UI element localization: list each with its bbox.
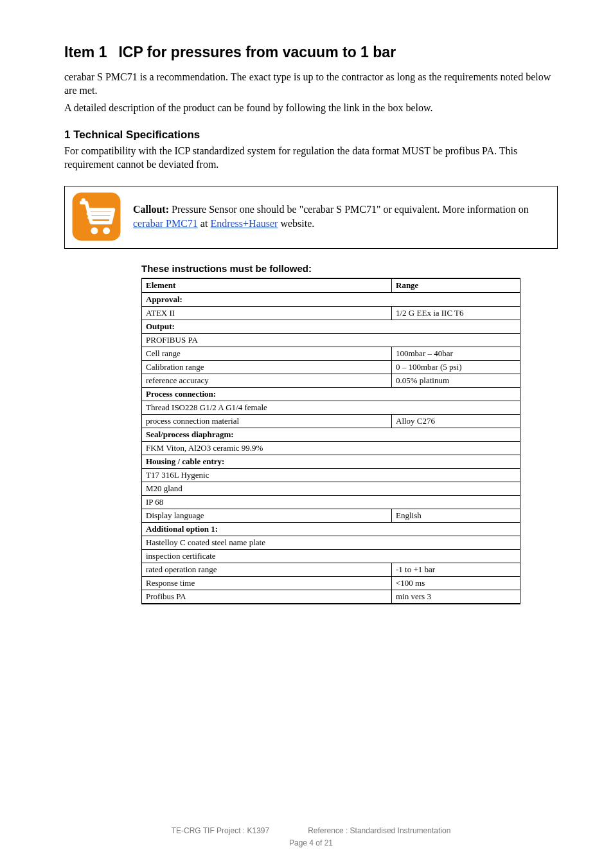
footer-page-number: Page 4 of 21 [64,838,558,849]
table-group-label: Housing / cable entry: [142,455,520,468]
section-header: 1 Technical Specifications [64,129,558,141]
table-cell: PROFIBUS PA [142,333,520,347]
callout-label: Callout: [133,204,169,215]
table-group-header: Seal/process diaphragm: [142,428,520,441]
table-header-row: Element Range [142,278,520,293]
table-cell-element: ATEX II [142,306,392,320]
table-row: Cell range100mbar – 40bar [142,347,520,360]
table-group-label: Seal/process diaphragm: [142,428,520,441]
table-row: T17 316L Hygenic [142,468,520,482]
table-header-element: Element [142,278,392,293]
table-row: Calibration range0 – 100mbar (5 psi) [142,360,520,374]
table-cell-element: Calibration range [142,360,392,374]
table-row: Display languageEnglish [142,509,520,522]
table-group-label: Additional option 1: [142,522,520,536]
intro-paragraph-2: A detailed description of the product ca… [64,101,558,114]
table-group-label: Approval: [142,293,520,307]
table-cell: IP 68 [142,495,520,509]
table-group-header: Approval: [142,293,520,307]
table-cell: Hastelloy C coated steel name plate [142,536,520,549]
table-row: IP 68 [142,495,520,509]
svg-point-5 [82,198,85,202]
table-row: rated operation range-1 to +1 bar [142,563,520,576]
footer-reference: Reference : Standardised Instrumentation [308,826,450,835]
table-row: reference accuracy0.05% platinum [142,374,520,387]
table-group-header: Output: [142,320,520,333]
table-group-label: Process connection: [142,387,520,401]
callout-text: Callout: Pressure Sensor one should be "… [133,203,551,230]
footer-project: TE-CRG TIF Project : K1397 [172,826,270,835]
table-cell-element: reference accuracy [142,374,392,387]
table-cell-range: 0 – 100mbar (5 psi) [392,360,520,374]
table-cell: FKM Viton, Al2O3 ceramic 99.9% [142,441,520,455]
table-group-header: Additional option 1: [142,522,520,536]
table-row: FKM Viton, Al2O3 ceramic 99.9% [142,441,520,455]
section-body: For compatibility with the ICP standardi… [64,144,558,171]
table-row: PROFIBUS PA [142,333,520,347]
table-group-header: Process connection: [142,387,520,401]
callout-box: Callout: Pressure Sensor one should be "… [64,186,558,249]
page-footer: TE-CRG TIF Project : K1397 Reference : S… [64,826,558,849]
callout-suffix: website. [280,218,314,229]
table-row: Profibus PAmin vers 3 [142,590,520,604]
svg-point-4 [103,227,110,234]
table-row: ATEX II1/2 G EEx ia IIC T6 [142,306,520,320]
table-cell: Thread ISO228 G1/2 A G1/4 female [142,401,520,414]
table-cell-range: min vers 3 [392,590,520,604]
table-cell: inspection certificate [142,549,520,563]
table-cell-range: <100 ms [392,576,520,590]
table-cell-element: rated operation range [142,563,392,576]
table-cell-range: -1 to +1 bar [392,563,520,576]
table-cell-range: 100mbar – 40bar [392,347,520,360]
table-cell-range: 0.05% platinum [392,374,520,387]
table-row: Thread ISO228 G1/2 A G1/4 female [142,401,520,414]
table-header-range: Range [392,278,520,293]
callout-middle: at [200,218,211,229]
table-cell-range: 1/2 G EEx ia IIC T6 [392,306,520,320]
table-cell-element: Display language [142,509,392,522]
table-row: inspection certificate [142,549,520,563]
table-cell-element: Profibus PA [142,590,392,604]
heading-title: ICP for pressures from vacuum to 1 bar [118,44,396,61]
table-row: Response time<100 ms [142,576,520,590]
callout-link-product[interactable]: cerabar PMC71 [133,218,198,229]
callout-link-vendor[interactable]: Endress+Hauser [210,218,278,229]
callout-prefix: Pressure Sensor one should be "cerabar S… [172,204,529,215]
shopping-cart-icon [71,192,121,242]
heading-item-number: Item 1 [64,44,107,61]
table-cell-range: English [392,509,520,522]
table-row: M20 gland [142,482,520,495]
table-group-label: Output: [142,320,520,333]
table-cell-element: process connection material [142,414,392,428]
table-cell: T17 316L Hygenic [142,468,520,482]
spec-table: Element Range Approval:ATEX II1/2 G EEx … [141,278,520,604]
table-cell-element: Cell range [142,347,392,360]
table-cell: M20 gland [142,482,520,495]
instructions-header: These instructions must be followed: [141,263,558,274]
table-group-header: Housing / cable entry: [142,455,520,468]
table-cell-element: Response time [142,576,392,590]
intro-paragraph-1: cerabar S PMC71 is a recommendation. The… [64,70,558,97]
svg-point-3 [91,227,98,234]
table-row: process connection materialAlloy C276 [142,414,520,428]
table-row: Hastelloy C coated steel name plate [142,536,520,549]
table-cell-range: Alloy C276 [392,414,520,428]
